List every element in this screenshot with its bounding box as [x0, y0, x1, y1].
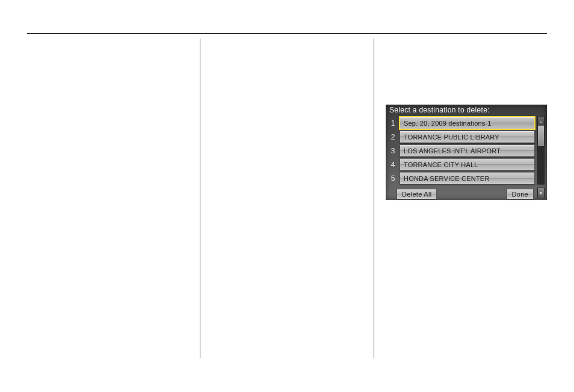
navigation-screen: Select a destination to delete: 1 Sep. 2… [386, 105, 547, 200]
row-label[interactable]: Sep. 20, 2009 destinations-1 [400, 117, 535, 129]
destination-list-area: 1 Sep. 20, 2009 destinations-1 2 TORRANC… [386, 117, 547, 185]
scroll-track[interactable] [538, 126, 544, 184]
scroll-down-arrow-icon[interactable]: ▼ [537, 188, 545, 198]
row-number: 4 [388, 158, 398, 171]
scrollbar[interactable]: ▲ [537, 117, 545, 185]
list-item[interactable]: 1 Sep. 20, 2009 destinations-1 [388, 117, 535, 129]
list-item[interactable]: 5 HONDA SERVICE CENTER [388, 172, 535, 185]
row-number: 2 [388, 130, 398, 143]
column-1 [27, 38, 200, 358]
row-label[interactable]: TORRANCE PUBLIC LIBRARY [400, 130, 535, 143]
row-label[interactable]: HONDA SERVICE CENTER [400, 172, 535, 185]
row-number: 1 [388, 117, 398, 129]
destination-list: 1 Sep. 20, 2009 destinations-1 2 TORRANC… [388, 117, 535, 185]
row-number: 5 [388, 172, 398, 185]
nav-title: Select a destination to delete: [386, 105, 547, 117]
done-button[interactable]: Done [507, 189, 534, 200]
bottom-button-bar: Delete All Done [386, 186, 547, 200]
page-top-rule [27, 33, 547, 34]
row-number: 3 [388, 144, 398, 157]
column-2 [200, 38, 373, 358]
delete-all-button[interactable]: Delete All [397, 189, 437, 200]
list-item[interactable]: 3 LOS ANGELES INT'L AIRPORT [388, 144, 535, 157]
list-item[interactable]: 2 TORRANCE PUBLIC LIBRARY [388, 130, 535, 143]
row-label[interactable]: TORRANCE CITY HALL [400, 158, 535, 171]
scroll-up-arrow-icon[interactable]: ▲ [538, 117, 544, 126]
list-item[interactable]: 4 TORRANCE CITY HALL [388, 158, 535, 171]
row-label[interactable]: LOS ANGELES INT'L AIRPORT [400, 144, 535, 157]
scroll-thumb[interactable] [538, 126, 544, 146]
